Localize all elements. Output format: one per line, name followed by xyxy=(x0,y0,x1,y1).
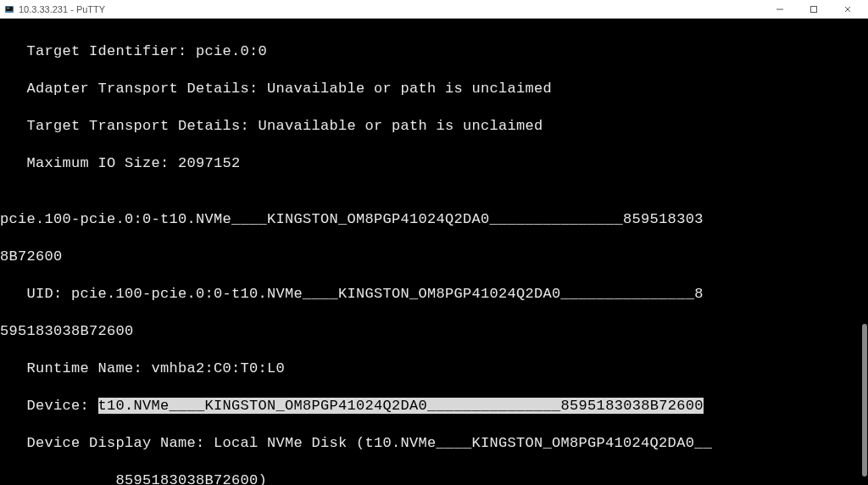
terminal-line: Runtime Name: vmhba2:C0:T0:L0 xyxy=(0,360,868,378)
terminal-line: pcie.100-pcie.0:0-t10.NVMe____KINGSTON_O… xyxy=(0,210,868,229)
terminal-line: UID: pcie.100-pcie.0:0-t10.NVMe____KINGS… xyxy=(0,285,868,304)
terminal-line: _____________8595183038B72600) xyxy=(0,471,868,485)
terminal-line: Target Identifier: pcie.0:0 xyxy=(0,42,868,61)
terminal-line-with-selection: Device: t10.NVMe____KINGSTON_OM8PGP41024… xyxy=(0,397,868,415)
terminal-line: Device Display Name: Local NVMe Disk (t1… xyxy=(0,434,868,453)
putty-icon xyxy=(3,3,15,15)
terminal-line: Maximum IO Size: 2097152 xyxy=(0,154,868,173)
svg-rect-2 xyxy=(7,8,9,8)
svg-rect-1 xyxy=(6,7,13,11)
terminal-line: Adapter Transport Details: Unavailable o… xyxy=(0,80,868,98)
maximize-button[interactable] xyxy=(797,1,831,18)
terminal-line: Target Transport Details: Unavailable or… xyxy=(0,117,868,136)
window-title: 10.3.33.231 - PuTTY xyxy=(19,4,763,14)
selected-text: t10.NVMe____KINGSTON_OM8PGP41024Q2DA0___… xyxy=(98,398,704,414)
terminal-line: 8B72600 xyxy=(0,248,868,266)
window-controls xyxy=(763,1,865,18)
window-titlebar: 10.3.33.231 - PuTTY xyxy=(0,0,868,19)
scrollbar[interactable] xyxy=(861,19,868,485)
minimize-button[interactable] xyxy=(763,1,797,18)
terminal-output[interactable]: Target Identifier: pcie.0:0 Adapter Tran… xyxy=(0,19,868,485)
terminal-line: 595183038B72600 xyxy=(0,322,868,341)
scrollbar-thumb[interactable] xyxy=(862,324,867,477)
close-button[interactable] xyxy=(831,1,865,18)
svg-rect-4 xyxy=(811,6,817,12)
